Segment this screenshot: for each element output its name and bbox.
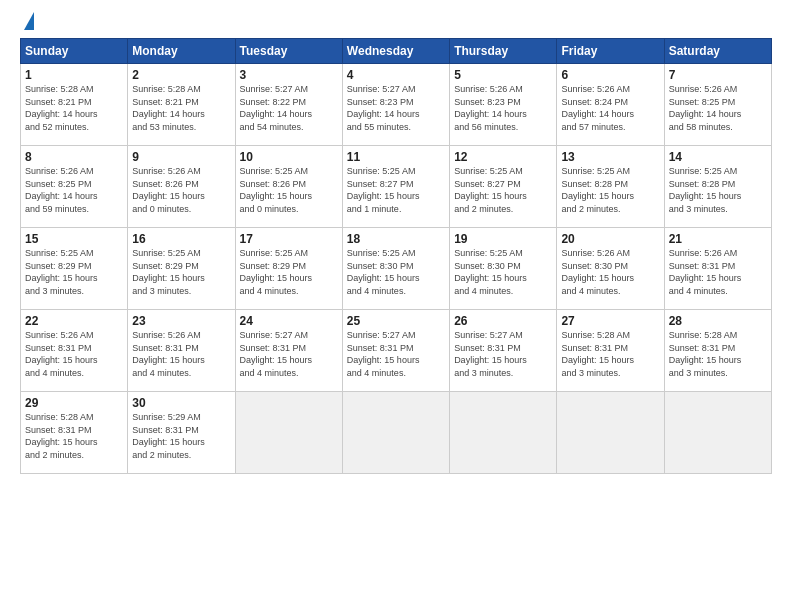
calendar-day-cell: 18Sunrise: 5:25 AM Sunset: 8:30 PM Dayli… xyxy=(342,228,449,310)
day-number: 3 xyxy=(240,68,338,82)
calendar-day-cell xyxy=(557,392,664,474)
calendar-day-cell: 24Sunrise: 5:27 AM Sunset: 8:31 PM Dayli… xyxy=(235,310,342,392)
day-info-text: Sunrise: 5:25 AM Sunset: 8:27 PM Dayligh… xyxy=(454,165,552,215)
day-number: 10 xyxy=(240,150,338,164)
day-info-text: Sunrise: 5:26 AM Sunset: 8:25 PM Dayligh… xyxy=(669,83,767,133)
calendar-header-row: SundayMondayTuesdayWednesdayThursdayFrid… xyxy=(21,39,772,64)
day-number: 25 xyxy=(347,314,445,328)
calendar-day-cell: 6Sunrise: 5:26 AM Sunset: 8:24 PM Daylig… xyxy=(557,64,664,146)
day-info-text: Sunrise: 5:27 AM Sunset: 8:31 PM Dayligh… xyxy=(454,329,552,379)
header xyxy=(20,16,772,30)
calendar-table: SundayMondayTuesdayWednesdayThursdayFrid… xyxy=(20,38,772,474)
calendar-col-friday: Friday xyxy=(557,39,664,64)
day-info-text: Sunrise: 5:26 AM Sunset: 8:23 PM Dayligh… xyxy=(454,83,552,133)
day-info-text: Sunrise: 5:29 AM Sunset: 8:31 PM Dayligh… xyxy=(132,411,230,461)
calendar-day-cell: 3Sunrise: 5:27 AM Sunset: 8:22 PM Daylig… xyxy=(235,64,342,146)
day-number: 11 xyxy=(347,150,445,164)
calendar-week-row: 15Sunrise: 5:25 AM Sunset: 8:29 PM Dayli… xyxy=(21,228,772,310)
calendar-day-cell: 28Sunrise: 5:28 AM Sunset: 8:31 PM Dayli… xyxy=(664,310,771,392)
day-number: 23 xyxy=(132,314,230,328)
day-info-text: Sunrise: 5:25 AM Sunset: 8:29 PM Dayligh… xyxy=(132,247,230,297)
logo-arrow-icon xyxy=(24,12,34,30)
day-number: 2 xyxy=(132,68,230,82)
calendar-week-row: 8Sunrise: 5:26 AM Sunset: 8:25 PM Daylig… xyxy=(21,146,772,228)
calendar-day-cell: 9Sunrise: 5:26 AM Sunset: 8:26 PM Daylig… xyxy=(128,146,235,228)
day-info-text: Sunrise: 5:27 AM Sunset: 8:23 PM Dayligh… xyxy=(347,83,445,133)
day-number: 17 xyxy=(240,232,338,246)
day-number: 5 xyxy=(454,68,552,82)
day-number: 12 xyxy=(454,150,552,164)
day-info-text: Sunrise: 5:25 AM Sunset: 8:27 PM Dayligh… xyxy=(347,165,445,215)
day-info-text: Sunrise: 5:27 AM Sunset: 8:31 PM Dayligh… xyxy=(240,329,338,379)
calendar-day-cell: 2Sunrise: 5:28 AM Sunset: 8:21 PM Daylig… xyxy=(128,64,235,146)
calendar-day-cell: 7Sunrise: 5:26 AM Sunset: 8:25 PM Daylig… xyxy=(664,64,771,146)
calendar-col-thursday: Thursday xyxy=(450,39,557,64)
day-info-text: Sunrise: 5:27 AM Sunset: 8:22 PM Dayligh… xyxy=(240,83,338,133)
calendar-col-saturday: Saturday xyxy=(664,39,771,64)
calendar-day-cell: 22Sunrise: 5:26 AM Sunset: 8:31 PM Dayli… xyxy=(21,310,128,392)
day-number: 22 xyxy=(25,314,123,328)
day-info-text: Sunrise: 5:25 AM Sunset: 8:30 PM Dayligh… xyxy=(454,247,552,297)
calendar-day-cell: 12Sunrise: 5:25 AM Sunset: 8:27 PM Dayli… xyxy=(450,146,557,228)
day-number: 27 xyxy=(561,314,659,328)
calendar-day-cell: 11Sunrise: 5:25 AM Sunset: 8:27 PM Dayli… xyxy=(342,146,449,228)
day-number: 19 xyxy=(454,232,552,246)
day-number: 16 xyxy=(132,232,230,246)
calendar-week-row: 1Sunrise: 5:28 AM Sunset: 8:21 PM Daylig… xyxy=(21,64,772,146)
calendar-day-cell: 29Sunrise: 5:28 AM Sunset: 8:31 PM Dayli… xyxy=(21,392,128,474)
day-info-text: Sunrise: 5:25 AM Sunset: 8:26 PM Dayligh… xyxy=(240,165,338,215)
calendar-day-cell: 26Sunrise: 5:27 AM Sunset: 8:31 PM Dayli… xyxy=(450,310,557,392)
day-number: 4 xyxy=(347,68,445,82)
calendar-day-cell: 27Sunrise: 5:28 AM Sunset: 8:31 PM Dayli… xyxy=(557,310,664,392)
calendar-day-cell: 21Sunrise: 5:26 AM Sunset: 8:31 PM Dayli… xyxy=(664,228,771,310)
day-info-text: Sunrise: 5:25 AM Sunset: 8:28 PM Dayligh… xyxy=(669,165,767,215)
day-info-text: Sunrise: 5:26 AM Sunset: 8:31 PM Dayligh… xyxy=(25,329,123,379)
day-info-text: Sunrise: 5:28 AM Sunset: 8:31 PM Dayligh… xyxy=(561,329,659,379)
day-number: 8 xyxy=(25,150,123,164)
logo xyxy=(20,16,34,30)
calendar-day-cell: 15Sunrise: 5:25 AM Sunset: 8:29 PM Dayli… xyxy=(21,228,128,310)
calendar-day-cell: 1Sunrise: 5:28 AM Sunset: 8:21 PM Daylig… xyxy=(21,64,128,146)
calendar-day-cell xyxy=(342,392,449,474)
day-number: 1 xyxy=(25,68,123,82)
calendar-col-monday: Monday xyxy=(128,39,235,64)
calendar-day-cell: 25Sunrise: 5:27 AM Sunset: 8:31 PM Dayli… xyxy=(342,310,449,392)
day-info-text: Sunrise: 5:28 AM Sunset: 8:21 PM Dayligh… xyxy=(25,83,123,133)
day-number: 24 xyxy=(240,314,338,328)
day-info-text: Sunrise: 5:28 AM Sunset: 8:21 PM Dayligh… xyxy=(132,83,230,133)
day-number: 15 xyxy=(25,232,123,246)
day-info-text: Sunrise: 5:26 AM Sunset: 8:30 PM Dayligh… xyxy=(561,247,659,297)
day-info-text: Sunrise: 5:25 AM Sunset: 8:29 PM Dayligh… xyxy=(25,247,123,297)
day-number: 9 xyxy=(132,150,230,164)
day-info-text: Sunrise: 5:26 AM Sunset: 8:24 PM Dayligh… xyxy=(561,83,659,133)
day-number: 20 xyxy=(561,232,659,246)
day-info-text: Sunrise: 5:25 AM Sunset: 8:30 PM Dayligh… xyxy=(347,247,445,297)
day-info-text: Sunrise: 5:25 AM Sunset: 8:28 PM Dayligh… xyxy=(561,165,659,215)
day-number: 14 xyxy=(669,150,767,164)
day-number: 7 xyxy=(669,68,767,82)
day-info-text: Sunrise: 5:26 AM Sunset: 8:31 PM Dayligh… xyxy=(669,247,767,297)
calendar-day-cell: 8Sunrise: 5:26 AM Sunset: 8:25 PM Daylig… xyxy=(21,146,128,228)
day-info-text: Sunrise: 5:28 AM Sunset: 8:31 PM Dayligh… xyxy=(25,411,123,461)
day-info-text: Sunrise: 5:27 AM Sunset: 8:31 PM Dayligh… xyxy=(347,329,445,379)
calendar-day-cell xyxy=(664,392,771,474)
calendar-day-cell xyxy=(235,392,342,474)
calendar-day-cell: 14Sunrise: 5:25 AM Sunset: 8:28 PM Dayli… xyxy=(664,146,771,228)
calendar-day-cell: 19Sunrise: 5:25 AM Sunset: 8:30 PM Dayli… xyxy=(450,228,557,310)
day-number: 26 xyxy=(454,314,552,328)
calendar-day-cell: 4Sunrise: 5:27 AM Sunset: 8:23 PM Daylig… xyxy=(342,64,449,146)
calendar-day-cell: 5Sunrise: 5:26 AM Sunset: 8:23 PM Daylig… xyxy=(450,64,557,146)
calendar-day-cell: 20Sunrise: 5:26 AM Sunset: 8:30 PM Dayli… xyxy=(557,228,664,310)
calendar-col-sunday: Sunday xyxy=(21,39,128,64)
calendar-day-cell: 10Sunrise: 5:25 AM Sunset: 8:26 PM Dayli… xyxy=(235,146,342,228)
day-number: 28 xyxy=(669,314,767,328)
day-info-text: Sunrise: 5:25 AM Sunset: 8:29 PM Dayligh… xyxy=(240,247,338,297)
day-info-text: Sunrise: 5:26 AM Sunset: 8:26 PM Dayligh… xyxy=(132,165,230,215)
day-info-text: Sunrise: 5:26 AM Sunset: 8:25 PM Dayligh… xyxy=(25,165,123,215)
day-number: 30 xyxy=(132,396,230,410)
calendar-week-row: 22Sunrise: 5:26 AM Sunset: 8:31 PM Dayli… xyxy=(21,310,772,392)
calendar-day-cell: 30Sunrise: 5:29 AM Sunset: 8:31 PM Dayli… xyxy=(128,392,235,474)
calendar-week-row: 29Sunrise: 5:28 AM Sunset: 8:31 PM Dayli… xyxy=(21,392,772,474)
calendar-day-cell xyxy=(450,392,557,474)
day-number: 18 xyxy=(347,232,445,246)
